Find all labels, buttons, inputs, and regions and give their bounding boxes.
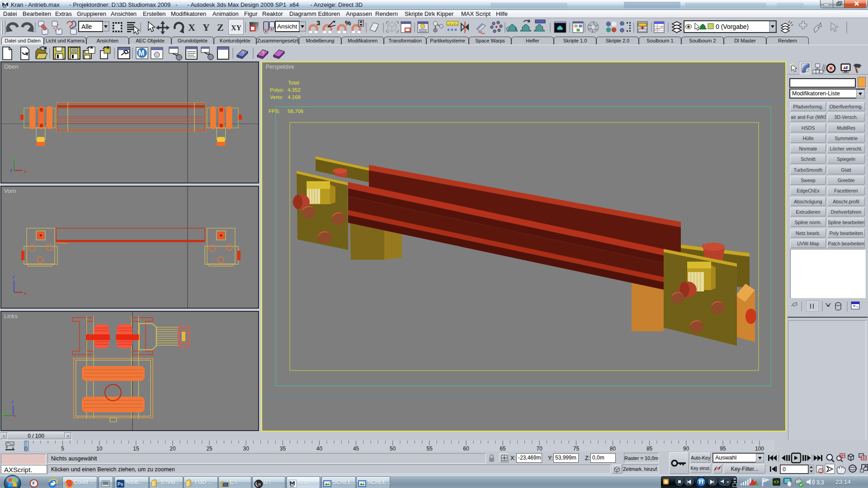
svg-text:40: 40 bbox=[316, 446, 323, 452]
svg-text:25: 25 bbox=[206, 446, 212, 452]
svg-text:Ansicht: Ansicht bbox=[277, 23, 297, 30]
svg-text:65: 65 bbox=[500, 446, 506, 452]
svg-text:Total: Total bbox=[288, 80, 299, 85]
svg-text:FPS:: FPS: bbox=[269, 108, 280, 114]
svg-text:75: 75 bbox=[573, 446, 580, 452]
svg-text:45: 45 bbox=[353, 446, 359, 452]
svg-text:3: 3 bbox=[316, 19, 320, 27]
svg-text:4.168: 4.168 bbox=[288, 94, 301, 100]
svg-text:X: X bbox=[188, 22, 195, 33]
svg-text:3DS: 3DS bbox=[2, 6, 7, 9]
svg-text:x: x bbox=[14, 413, 17, 418]
svg-text:3,3: 3,3 bbox=[816, 479, 824, 486]
svg-text:95: 95 bbox=[720, 446, 726, 452]
svg-text:Alle: Alle bbox=[81, 23, 92, 30]
svg-text:55: 55 bbox=[426, 446, 433, 452]
svg-text:Ps: Ps bbox=[118, 482, 123, 487]
svg-text:z: z bbox=[12, 274, 15, 280]
svg-text:x: x bbox=[24, 291, 27, 296]
svg-text:Polys:: Polys: bbox=[270, 87, 284, 93]
svg-text:100: 100 bbox=[755, 446, 764, 452]
svg-text:70: 70 bbox=[537, 446, 543, 452]
svg-text:10: 10 bbox=[96, 446, 103, 452]
svg-text:y: y bbox=[2, 410, 5, 415]
svg-text:50: 50 bbox=[390, 446, 396, 452]
svg-text:z: z bbox=[11, 399, 14, 404]
svg-text:0: 0 bbox=[783, 466, 786, 473]
svg-text:0 (Vorgabe): 0 (Vorgabe) bbox=[716, 23, 749, 30]
svg-text:90: 90 bbox=[683, 446, 689, 452]
svg-text:x: x bbox=[24, 169, 27, 174]
svg-text:15: 15 bbox=[133, 446, 139, 452]
svg-text:3DS: 3DS bbox=[290, 485, 294, 488]
svg-text:4.352: 4.352 bbox=[288, 87, 301, 93]
svg-text:58,706: 58,706 bbox=[288, 108, 303, 114]
svg-text:M: M bbox=[138, 49, 144, 57]
svg-text:Verts:: Verts: bbox=[270, 94, 283, 100]
svg-text:y: y bbox=[10, 291, 13, 296]
svg-text:60: 60 bbox=[463, 446, 469, 452]
svg-text:30: 30 bbox=[243, 446, 250, 452]
svg-text:35: 35 bbox=[280, 446, 286, 452]
svg-text:XY: XY bbox=[231, 24, 242, 32]
svg-text:20: 20 bbox=[170, 446, 176, 452]
svg-text:85: 85 bbox=[646, 446, 653, 452]
svg-text:%: % bbox=[345, 19, 351, 27]
svg-text:y: y bbox=[12, 155, 15, 160]
svg-text:Z: Z bbox=[217, 22, 224, 33]
svg-text:5: 5 bbox=[61, 446, 64, 452]
svg-text:80: 80 bbox=[610, 446, 616, 452]
svg-text:z: z bbox=[10, 167, 13, 173]
svg-text:Perspektive: Perspektive bbox=[266, 64, 294, 70]
svg-text:0: 0 bbox=[24, 446, 28, 452]
svg-text:Y: Y bbox=[203, 22, 210, 33]
